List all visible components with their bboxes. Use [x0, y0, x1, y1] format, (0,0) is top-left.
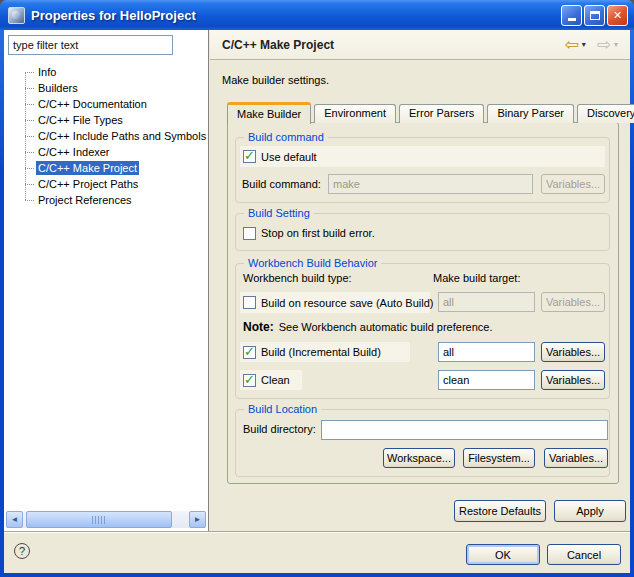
workspace-button[interactable]: Workspace...: [383, 448, 455, 468]
sidebar-item-cpp-indexer[interactable]: C/C++ Indexer: [4, 144, 206, 160]
check-icon: ✓: [244, 148, 255, 163]
filter-input[interactable]: [8, 35, 173, 55]
maximize-button[interactable]: [584, 5, 605, 26]
tab-discovery-options[interactable]: Discovery Options: [577, 104, 634, 123]
scroll-left-button[interactable]: ◄: [6, 511, 23, 528]
clean-variables-button[interactable]: Variables...: [541, 370, 605, 390]
page-panel: C/C++ Make Project ⇦ ▾ ⇨ ▾ Make builder …: [210, 30, 630, 531]
scroll-left-icon: ◄: [11, 515, 19, 524]
sidebar-item-label: Builders: [36, 81, 80, 95]
auto-build-label: Build on resource save (Auto Build): [261, 297, 433, 309]
build-command-input: [328, 174, 533, 194]
tab-make-builder[interactable]: Make Builder: [227, 102, 311, 124]
workbench-build-behavior-group: Workbench Build Behavior Workbench build…: [235, 263, 610, 399]
page-header: C/C++ Make Project ⇦ ▾ ⇨ ▾: [210, 30, 630, 60]
build-location-group: Build Location Build directory: Workspac…: [235, 409, 610, 477]
incremental-target-input[interactable]: [438, 342, 535, 362]
minimize-button[interactable]: [561, 5, 582, 26]
sidebar: Info Builders C/C++ Documentation C/C++ …: [4, 30, 209, 531]
restore-defaults-button[interactable]: Restore Defaults: [454, 500, 546, 522]
stop-on-error-row: Stop on first build error.: [243, 225, 375, 241]
workbench-legend: Workbench Build Behavior: [244, 257, 381, 269]
help-button[interactable]: ?: [14, 543, 30, 559]
dialog-client-area: Info Builders C/C++ Documentation C/C++ …: [4, 30, 630, 573]
sidebar-item-cpp-project-paths[interactable]: C/C++ Project Paths: [4, 176, 206, 192]
window-title: Properties for HelloProject: [31, 8, 196, 23]
build-setting-legend: Build Setting: [244, 207, 314, 219]
sidebar-item-label: C/C++ Project Paths: [36, 177, 140, 191]
forward-dropdown-icon: ▾: [614, 40, 618, 49]
incremental-variables-button[interactable]: Variables...: [541, 342, 605, 362]
incremental-build-label: Build (Incremental Build): [261, 346, 381, 358]
check-icon: ✓: [244, 344, 255, 359]
page-description: Make builder settings.: [222, 74, 329, 86]
note-text: See Workbench automatic build preference…: [279, 321, 493, 333]
back-dropdown-icon[interactable]: ▾: [582, 40, 586, 49]
auto-build-variables-button: Variables...: [541, 292, 605, 312]
auto-build-checkbox[interactable]: [243, 296, 256, 309]
back-icon[interactable]: ⇦: [564, 36, 578, 53]
tab-binary-parser[interactable]: Binary Parser: [487, 104, 574, 123]
auto-build-row: Build on resource save (Auto Build): [240, 292, 430, 313]
tree-horizontal-scrollbar[interactable]: ◄ ►: [6, 511, 206, 528]
sidebar-item-cpp-include-paths[interactable]: C/C++ Include Paths and Symbols: [4, 128, 206, 144]
tab-environment[interactable]: Environment: [314, 104, 396, 123]
properties-dialog: Properties for HelloProject ✕ Info Build…: [0, 0, 634, 577]
app-icon: [8, 7, 25, 24]
tab-content-pane: Build command ✓ Use default Build comman…: [227, 122, 619, 484]
scroll-right-icon: ►: [194, 515, 202, 524]
clean-checkbox[interactable]: ✓: [243, 374, 256, 387]
use-default-label: Use default: [261, 151, 317, 163]
preferences-tree: Info Builders C/C++ Documentation C/C++ …: [4, 64, 206, 208]
sidebar-item-label-selected: C/C++ Make Project: [36, 161, 139, 175]
cancel-button[interactable]: Cancel: [547, 544, 621, 565]
clean-target-input[interactable]: [438, 370, 535, 390]
build-directory-input[interactable]: [321, 420, 608, 440]
sidebar-item-label: Info: [36, 65, 58, 79]
workbench-build-type-label: Workbench build type:: [243, 272, 352, 284]
check-icon: ✓: [244, 372, 255, 387]
make-build-target-label: Make build target:: [433, 272, 520, 284]
sidebar-item-label: C/C++ Include Paths and Symbols: [36, 129, 208, 143]
clean-row: ✓ Clean: [240, 370, 302, 390]
apply-button[interactable]: Apply: [554, 500, 626, 522]
incremental-build-checkbox[interactable]: ✓: [243, 346, 256, 359]
clean-label: Clean: [261, 374, 290, 386]
forward-icon: ⇨: [597, 36, 611, 53]
help-icon: ?: [19, 545, 25, 557]
filesystem-button[interactable]: Filesystem...: [463, 448, 535, 468]
incremental-build-row: ✓ Build (Incremental Build): [240, 342, 410, 362]
auto-build-target-input: [438, 292, 535, 312]
scrollbar-thumb[interactable]: [26, 511, 172, 528]
dialog-footer: ? OK Cancel: [4, 531, 630, 573]
stop-on-error-label: Stop on first build error.: [261, 227, 375, 239]
scrollbar-grip: [92, 516, 107, 524]
close-icon: ✕: [613, 9, 622, 22]
sidebar-item-label: C/C++ Documentation: [36, 97, 149, 111]
title-bar: Properties for HelloProject ✕: [0, 0, 634, 30]
sidebar-item-project-references[interactable]: Project References: [4, 192, 206, 208]
tab-error-parsers[interactable]: Error Parsers: [399, 104, 484, 123]
location-variables-button[interactable]: Variables...: [544, 448, 608, 468]
tab-bar: Make Builder Environment Error Parsers B…: [227, 102, 634, 123]
sidebar-item-cpp-documentation[interactable]: C/C++ Documentation: [4, 96, 206, 112]
sidebar-item-label: Project References: [36, 193, 134, 207]
use-default-row: ✓ Use default: [240, 146, 605, 167]
build-location-legend: Build Location: [244, 403, 321, 415]
build-setting-group: Build Setting Stop on first build error.: [235, 213, 610, 251]
scrollbar-track[interactable]: [24, 511, 188, 528]
close-button[interactable]: ✕: [607, 5, 628, 26]
sidebar-item-builders[interactable]: Builders: [4, 80, 206, 96]
ok-button[interactable]: OK: [466, 544, 540, 565]
sidebar-item-cpp-file-types[interactable]: C/C++ File Types: [4, 112, 206, 128]
use-default-checkbox[interactable]: ✓: [243, 150, 256, 163]
sidebar-item-cpp-make-project[interactable]: C/C++ Make Project: [4, 160, 206, 176]
scroll-right-button[interactable]: ►: [189, 511, 206, 528]
sidebar-item-info[interactable]: Info: [4, 64, 206, 80]
build-command-variables-button: Variables...: [541, 174, 605, 194]
note-row: Note: See Workbench automatic build pref…: [243, 319, 492, 335]
build-command-legend: Build command: [244, 131, 328, 143]
stop-on-error-checkbox[interactable]: [243, 227, 256, 240]
note-label: Note:: [243, 320, 274, 334]
minimize-icon: [568, 18, 576, 21]
